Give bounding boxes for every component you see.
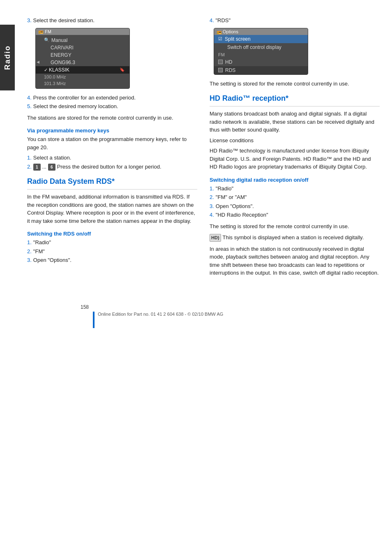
para-hd2: HD Radio™ technology is manufactured und… <box>210 147 380 171</box>
antenna-icon: 📻 <box>38 29 43 34</box>
section-hd-heading: HD Radio™ reception* <box>210 94 380 103</box>
step4-rds: 4. "RDS" <box>210 16 380 25</box>
hd-symbol: HD) <box>210 234 221 242</box>
step3: 3. Select the desired station. <box>27 16 197 25</box>
freq-row-1: 100.0 MHz <box>36 74 129 80</box>
rds-step3: 3. Open "Options". <box>27 256 197 264</box>
hd-step4: 4. "HD Radio Reception" <box>210 211 380 219</box>
footer-text: Online Edition for Part no. 01 41 2 604 … <box>98 312 223 328</box>
hd-step3: 3. Open "Options". <box>210 202 380 210</box>
options-screen: 📻 Options ☑ Split screen Switch off cont… <box>214 28 308 75</box>
rds-divider <box>27 189 197 190</box>
memory-step1: 1. Select a station. <box>27 154 197 162</box>
footer: 158 Online Edition for Part no. 01 41 2 … <box>27 304 380 328</box>
splitscreen-check: ☑ <box>218 36 222 42</box>
steps-4-5: 4. Press the controller for an extended … <box>27 94 197 111</box>
hd-step1: 1. "Radio" <box>210 185 380 193</box>
screen-row-klassik: ✓ KLASSIK 🔖 <box>36 66 129 74</box>
options-body: ☑ Split screen Switch off control displa… <box>214 35 308 74</box>
rds-step2: 2. "FM" <box>27 247 197 256</box>
sidebar-radio-label: Radio <box>0 25 15 90</box>
step5-item: 5. Select the desired memory location. <box>27 102 197 111</box>
options-row-switchoff: Switch off control display <box>214 43 308 51</box>
screen-row-gong: GONG96.3 <box>36 59 129 66</box>
screen-mock-1: 📻 FM ◂ 🔍 Manual CARIVARI ENERGY GONG96.3 <box>35 28 130 89</box>
memory-icon: 🔖 <box>120 67 125 72</box>
hd-steps: 1. "Radio" 2. "FM" or "AM" 3. Open "Opti… <box>210 185 380 219</box>
btn-badge-1: 1 <box>33 164 41 171</box>
options-row-rds: RDS <box>214 66 308 74</box>
screen-row-carivari: CARIVARI <box>36 44 129 51</box>
memory-step2: 2. 1 ... 6 Press the desired button for … <box>27 163 197 171</box>
hd-checkbox <box>218 60 223 64</box>
step3-number: 3. <box>27 17 32 23</box>
note3: The setting is stored for the remote con… <box>210 222 380 231</box>
nav-left-icon: ◂ <box>37 58 39 65</box>
hd-step2: 2. "FM" or "AM" <box>210 193 380 201</box>
rds-step1: 1. "Radio" <box>27 238 197 247</box>
page-number: 158 <box>81 304 380 310</box>
options-row-splitscreen: ☑ Split screen <box>214 35 308 43</box>
options-row-hd: HD <box>214 58 308 66</box>
subheading-memory-keys: Via programmable memory keys <box>27 127 197 134</box>
memory-steps: 1. Select a station. 2. 1 ... 6 Press th… <box>27 154 197 171</box>
step4-item: 4. Press the controller for an extended … <box>27 94 197 102</box>
note2: The setting is stored for the remote con… <box>210 80 380 88</box>
antenna-icon2: 📻 <box>217 30 221 34</box>
subheading-switching-digital: Switching digital radio reception on/off <box>210 177 380 183</box>
screen-row-energy: ENERGY <box>36 51 129 59</box>
search-icon: 🔍 <box>44 37 50 43</box>
btn-badge-6: 6 <box>48 164 55 171</box>
rds-steps: 1. "Radio" 2. "FM" 3. Open "Options". <box>27 238 197 264</box>
rds-checkbox <box>218 68 223 72</box>
note1: The stations are stored for the remote c… <box>27 114 197 122</box>
section-rds-heading: Radio Data System RDS* <box>27 177 197 186</box>
subheading-rds-onoff: Switching the RDS on/off <box>27 231 197 237</box>
screen1-topbar: 📻 FM <box>36 28 129 35</box>
options-topbar: 📻 Options <box>214 28 308 35</box>
para-memory: You can store a station on the programma… <box>27 135 197 151</box>
hd-divider <box>210 106 380 106</box>
screen-row-manual: 🔍 Manual <box>36 37 129 44</box>
hd-symbol-note: HD) This symbol is displayed when a stat… <box>210 234 380 242</box>
para-rds: In the FM waveband, additional informati… <box>27 193 197 225</box>
options-fm-label: FM <box>214 51 308 58</box>
footer-line <box>93 312 95 328</box>
para-hd1: Many stations broadcast both analog and … <box>210 110 380 134</box>
license-heading: License conditions <box>210 136 380 145</box>
screen1-body: ◂ 🔍 Manual CARIVARI ENERGY GONG96.3 ✓ KL… <box>36 35 129 88</box>
para-hd3: In areas in which the station is not con… <box>210 245 380 277</box>
freq-row-2: 101.3 MHz <box>36 80 129 87</box>
